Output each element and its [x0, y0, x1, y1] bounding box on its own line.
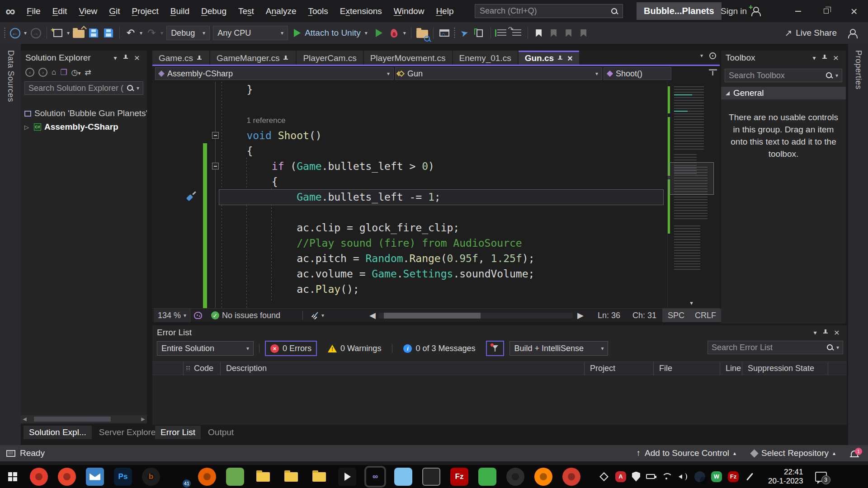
filezilla-icon[interactable]: Fz — [450, 468, 468, 486]
filter-button[interactable] — [486, 341, 504, 356]
solution-configuration-dropdown[interactable]: Debug▾ — [166, 26, 210, 40]
close-icon[interactable] — [567, 53, 573, 64]
file-explorer-icon[interactable]: 41 — [170, 468, 188, 486]
photoshop-icon[interactable]: Ps — [114, 468, 132, 486]
dark-app-icon[interactable] — [506, 468, 524, 486]
messages-filter-button[interactable]: i 0 of 3 Messages — [398, 341, 481, 356]
zoom-level-dropdown[interactable]: 134 %▾ — [154, 309, 190, 322]
mail-icon[interactable] — [86, 468, 104, 486]
editor-tab-gun-cs[interactable]: Gun.cs — [519, 51, 579, 65]
tab-error-list[interactable]: Error List — [155, 426, 201, 439]
code-line[interactable]: } — [152, 82, 720, 97]
previous-bookmark-button[interactable] — [548, 25, 560, 41]
close-icon[interactable]: × — [830, 55, 841, 61]
close-icon[interactable]: × — [132, 55, 142, 61]
terminal-icon[interactable] — [422, 468, 440, 486]
code-line[interactable] — [152, 97, 720, 113]
toggle-bookmark-button[interactable] — [533, 25, 545, 41]
chevron-right-icon[interactable]: ▷ — [24, 124, 31, 131]
tree-item-project[interactable]: ▷ C# Assembly-CSharp — [21, 120, 147, 134]
window-position-icon[interactable]: ▾ — [809, 54, 820, 61]
line-ending-indicator[interactable]: CRLF — [689, 309, 722, 322]
errors-filter-button[interactable]: × 0 Errors — [265, 341, 317, 356]
menu-edit[interactable]: Edit — [47, 0, 73, 22]
minimap-collapse-icon[interactable]: ▾ — [668, 300, 715, 306]
horizontal-scrollbar[interactable]: ◀ ▶ — [21, 415, 147, 423]
code-cleanup-button[interactable]: ▾ — [311, 309, 324, 322]
solution-name-chip[interactable]: Bubble...Planets — [637, 2, 722, 20]
volume-tray-icon[interactable] — [678, 471, 689, 482]
menu-tools[interactable]: Tools — [302, 0, 334, 22]
solution-platform-dropdown[interactable]: Any CPU▾ — [213, 26, 288, 40]
battery-tray-icon[interactable] — [646, 474, 655, 479]
tab-list-dropdown-icon[interactable]: ▾ — [700, 52, 703, 59]
menu-test[interactable]: Test — [232, 0, 260, 22]
menu-window[interactable]: Window — [388, 0, 430, 22]
save-all-button[interactable] — [103, 25, 114, 41]
horizontal-scrollbar[interactable] — [378, 313, 573, 319]
toolbox-search-input[interactable]: Search Toolbox ▾ — [725, 69, 842, 82]
filezilla-tray-icon[interactable]: Fz — [728, 471, 739, 482]
editor-tab-game-cs[interactable]: Game.cs — [152, 51, 209, 65]
line-indicator[interactable]: Ln: 36 — [598, 309, 620, 322]
clear-bookmarks-button[interactable] — [578, 25, 590, 41]
comment-lines-button[interactable] — [511, 25, 523, 41]
add-to-source-control-button[interactable]: ↑ Add to Source Control ▴ — [637, 448, 736, 458]
menu-help[interactable]: Help — [430, 0, 459, 22]
column-file[interactable]: File — [659, 364, 672, 373]
menu-extensions[interactable]: Extensions — [334, 0, 388, 22]
health-indicator[interactable]: ✓ No issues found — [211, 309, 280, 322]
action-center-button[interactable]: 3 — [815, 472, 827, 482]
code-line[interactable]: 1 reference — [152, 113, 720, 126]
next-bookmark-button[interactable] — [563, 25, 575, 41]
source-dropdown[interactable]: Build + IntelliSense▾ — [509, 341, 608, 356]
wamp-tray-icon[interactable]: W — [711, 471, 722, 482]
red-app-icon[interactable] — [562, 468, 580, 486]
save-button[interactable] — [88, 25, 99, 41]
taskbar-clock[interactable]: 22:41 20-1-2023 — [768, 468, 803, 486]
warnings-filter-button[interactable]: 0 Warnings — [322, 341, 387, 356]
vlc-icon[interactable] — [534, 468, 552, 486]
close-button[interactable]: × — [840, 0, 868, 22]
navigate-forward-button[interactable]: → — [30, 25, 42, 41]
search-options-icon[interactable]: ▾ — [137, 85, 139, 91]
toolbar-grip[interactable] — [453, 27, 456, 39]
spaces-indicator[interactable]: SPC — [662, 309, 690, 322]
solution-explorer-search-input[interactable]: Search Solution Explorer (C ▾ — [24, 81, 143, 95]
start-without-debugging-button[interactable] — [373, 25, 385, 41]
sign-in-button[interactable]: Sign in — [721, 0, 747, 22]
editor-tab-gamemanger-cs[interactable]: GameManger.cs — [210, 51, 296, 65]
type-dropdown[interactable]: Gun▾ — [395, 67, 602, 80]
pin-icon[interactable] — [821, 329, 831, 337]
visual-studio-icon[interactable]: ∞ — [366, 468, 384, 486]
code-line[interactable]: ac.clip = glock_fire_clip; — [152, 220, 720, 235]
attach-to-unity-button[interactable]: Attach to Unity ▾ — [291, 25, 370, 41]
column-project[interactable]: Project — [590, 364, 615, 373]
toolbox-section-general[interactable]: General — [721, 87, 846, 99]
redo-dropdown-icon[interactable]: ▾ — [160, 30, 163, 36]
minimap-viewport[interactable] — [669, 162, 714, 195]
epic-games-icon[interactable] — [338, 468, 356, 486]
pin-icon[interactable] — [283, 55, 289, 61]
select-repository-button[interactable]: Select Repository ▴ — [751, 448, 835, 458]
open-file-button[interactable] — [73, 25, 85, 41]
search-options-icon[interactable]: ▾ — [835, 72, 838, 79]
scroll-right-icon[interactable]: ▶ — [577, 309, 584, 322]
code-line[interactable]: { — [152, 143, 720, 159]
collapse-region-button[interactable] — [212, 132, 219, 139]
undo-dropdown-icon[interactable]: ▾ — [140, 30, 142, 36]
search-options-icon[interactable]: ▾ — [836, 344, 839, 351]
find-in-files-button[interactable] — [416, 25, 428, 41]
minecraft-icon[interactable] — [226, 468, 244, 486]
menu-debug[interactable]: Debug — [195, 0, 232, 22]
code-line-current[interactable]: Game.bullets_left -= 1; — [152, 189, 720, 205]
scroll-left-icon[interactable]: ◀ — [369, 309, 376, 322]
browser-red-icon[interactable] — [30, 468, 48, 486]
app-b-icon[interactable]: b — [142, 468, 160, 486]
pending-changes-filter-icon[interactable]: ◷▾ — [71, 68, 81, 77]
tree-item-solution[interactable]: Solution 'Bubble Gun Planets' — [21, 107, 147, 120]
new-project-button[interactable] — [52, 25, 64, 41]
tab-server-explorer[interactable]: Server Explorer — [94, 426, 164, 439]
sync-active-document-icon[interactable]: ⇄ — [85, 68, 91, 77]
quick-search-box[interactable]: Search (Ctrl+Q) — [475, 4, 623, 18]
